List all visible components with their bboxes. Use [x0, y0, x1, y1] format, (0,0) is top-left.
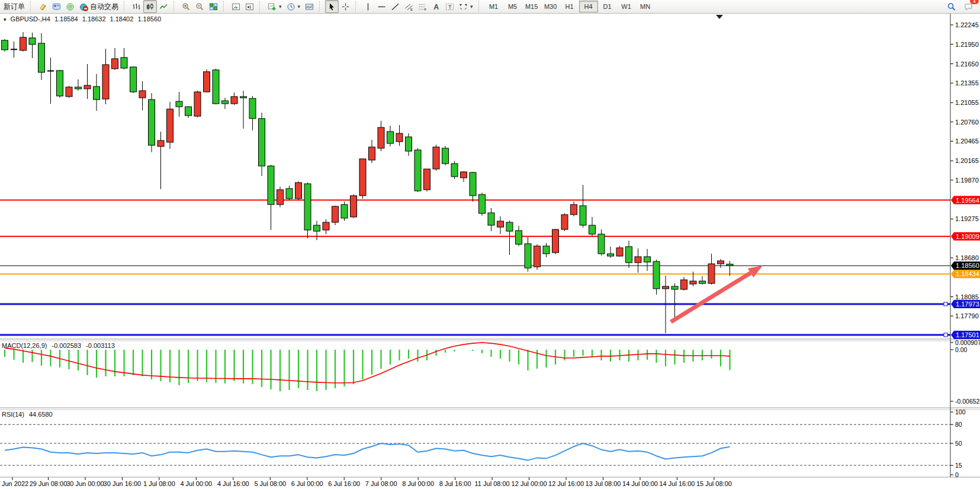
- support-line-2-handle[interactable]: [944, 333, 947, 337]
- text-label-button[interactable]: T: [443, 0, 457, 13]
- price-tick-label: 1.20760: [955, 119, 979, 126]
- notifications-button[interactable]: 1: [962, 0, 975, 13]
- open-value: 1.18584: [54, 15, 78, 23]
- mt4-window: 新订单自动交易▾▾EFAT▾M1M5M15M30H1H4D1W1MN1 ▾ GB…: [0, 0, 980, 489]
- text-label-icon: T: [445, 2, 454, 11]
- zoom-in-button[interactable]: [179, 0, 193, 13]
- equidistant-channel-button[interactable]: E: [402, 0, 416, 13]
- time-tick-label: 6 Jul 16:00: [328, 480, 360, 487]
- search-button[interactable]: [944, 0, 958, 13]
- price-tick-label: 1.20465: [955, 138, 979, 145]
- chart-dropdown-icon[interactable]: ▾: [4, 17, 7, 23]
- tile-windows-button[interactable]: [207, 0, 220, 13]
- tile-windows-icon: [209, 2, 218, 11]
- chart-ohlc-header: ▾ GBPUSD-,H4 1.18584 1.18632 1.18402 1.1…: [4, 15, 163, 23]
- indicators-button[interactable]: ▾: [265, 0, 284, 13]
- symbol-period-label: GBPUSD-,H4: [11, 15, 50, 23]
- chart-shift-button[interactable]: [243, 0, 256, 13]
- svg-text:T: T: [448, 4, 452, 10]
- horizontal-line-icon: [377, 2, 386, 11]
- candle-body: [94, 87, 100, 100]
- candle-body: [589, 225, 596, 234]
- candle-body: [369, 147, 375, 160]
- candle-body: [149, 100, 155, 145]
- time-tick-label: 7 Jul 08:00: [365, 480, 397, 487]
- candle-body: [616, 248, 623, 256]
- templates-button[interactable]: [303, 0, 316, 13]
- time-tick-label: 11 Jul 08:00: [475, 480, 510, 487]
- trendline-icon: [391, 2, 400, 11]
- candlestick-chart-button[interactable]: [143, 0, 157, 13]
- timeframe-w1-button[interactable]: W1: [617, 1, 636, 12]
- navigator-button[interactable]: [63, 0, 77, 13]
- candle-body: [663, 286, 669, 289]
- autotrade-button[interactable]: 自动交易: [77, 0, 121, 13]
- line-chart-button[interactable]: [157, 0, 171, 13]
- candle-body: [378, 127, 384, 148]
- price-badge-label: 1.19564: [956, 197, 979, 204]
- timeframe-m30-button[interactable]: M30: [541, 1, 560, 12]
- price-badge-label: 1.18560: [956, 262, 979, 269]
- candle-body: [626, 247, 632, 263]
- candle-body: [38, 43, 45, 72]
- data-window-button[interactable]: [50, 0, 63, 13]
- candle-body: [571, 204, 577, 215]
- macd-axis-label: 0.000907: [955, 339, 980, 346]
- low-value: 1.18402: [110, 15, 134, 23]
- bar-chart-button[interactable]: [130, 0, 143, 13]
- price-tick-label: 1.18680: [955, 254, 979, 261]
- timeframe-m1-button[interactable]: M1: [484, 1, 503, 12]
- macd-name: MACD(12,26,9): [2, 342, 47, 349]
- timeframe-m15-button[interactable]: M15: [522, 1, 541, 12]
- time-tick-label: 13 Jul 08:00: [586, 480, 621, 487]
- candle-body: [29, 38, 36, 44]
- cursor-button[interactable]: [325, 0, 339, 13]
- crosshair-button[interactable]: [339, 0, 352, 13]
- candle-body: [598, 234, 605, 254]
- chevron-down-icon[interactable]: ▾: [470, 4, 473, 9]
- chart-canvas[interactable]: 1.222451.219501.216501.213551.210551.207…: [0, 0, 980, 489]
- rsi-value: 44.6580: [29, 411, 53, 418]
- candle-body: [102, 65, 109, 99]
- rsi-axis-label: 80: [955, 421, 962, 428]
- support-line-1-handle[interactable]: [944, 302, 947, 306]
- periods-icon: [287, 2, 295, 11]
- auto-scroll-button[interactable]: [229, 0, 243, 13]
- timeframe-h1-button[interactable]: H1: [560, 1, 579, 12]
- candle-body: [497, 221, 504, 227]
- fibonacci-button[interactable]: F: [416, 0, 429, 13]
- price-tick-label: 1.18085: [955, 293, 979, 301]
- timeframe-mn-button[interactable]: MN: [636, 1, 655, 12]
- time-tick-label: 8 Jul 00:00: [402, 480, 434, 487]
- timeframe-d1-button[interactable]: D1: [598, 1, 617, 12]
- timeframe-h4-button[interactable]: H4: [579, 1, 598, 12]
- rsi-axis-label: 15: [955, 462, 962, 469]
- arrows-button[interactable]: ▾: [457, 0, 475, 13]
- candle-body: [580, 206, 586, 225]
- new-order-button[interactable]: 新订单: [1, 0, 27, 13]
- candle-body: [185, 107, 192, 116]
- time-tick-label: 4 Jul 16:00: [217, 480, 249, 487]
- vertical-line-button[interactable]: [361, 0, 375, 13]
- candle-body: [277, 190, 284, 204]
- chevron-down-icon[interactable]: ▾: [298, 4, 301, 9]
- toolbar-separator: [173, 1, 177, 12]
- time-tick-label: 8 Jun 2022: [0, 480, 28, 487]
- toolbar-separator: [319, 1, 323, 12]
- chevron-down-icon[interactable]: ▾: [279, 4, 282, 9]
- candle-body: [176, 101, 182, 107]
- trendline-button[interactable]: [388, 0, 402, 13]
- zoom-out-button[interactable]: [193, 0, 207, 13]
- horizontal-line-button[interactable]: [375, 0, 388, 13]
- candle-body: [653, 261, 660, 289]
- timeframe-m5-button[interactable]: M5: [503, 1, 522, 12]
- candle-body: [387, 132, 394, 143]
- candle-body: [112, 59, 118, 69]
- zoom-out-icon: [195, 2, 204, 11]
- time-tick-label: 4 Jul 00:00: [180, 480, 212, 487]
- market-watch-button[interactable]: [36, 0, 50, 13]
- candle-body: [690, 281, 696, 284]
- text-button[interactable]: A: [429, 0, 443, 13]
- candle-body: [304, 184, 311, 230]
- periods-button[interactable]: ▾: [284, 0, 303, 13]
